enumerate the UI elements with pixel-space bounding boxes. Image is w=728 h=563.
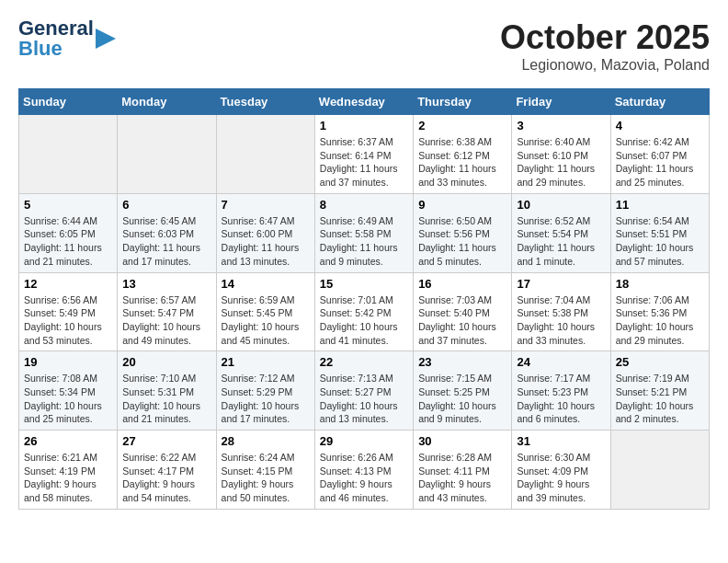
day-info: Sunrise: 6:56 AMSunset: 5:49 PMDaylight:…: [24, 293, 112, 348]
calendar-cell: [19, 115, 118, 194]
calendar-cell: 16Sunrise: 7:03 AMSunset: 5:40 PMDayligh…: [414, 272, 512, 351]
calendar-cell: 13Sunrise: 6:57 AMSunset: 5:47 PMDayligh…: [118, 272, 216, 351]
day-number: 18: [616, 277, 704, 291]
day-number: 11: [616, 198, 704, 212]
day-number: 27: [122, 434, 210, 448]
day-number: 6: [122, 198, 210, 212]
day-info: Sunrise: 7:10 AMSunset: 5:31 PMDaylight:…: [122, 372, 210, 426]
calendar-cell: [118, 115, 216, 194]
day-number: 31: [517, 434, 605, 448]
day-info: Sunrise: 6:59 AMSunset: 5:45 PMDaylight:…: [222, 293, 310, 348]
day-info: Sunrise: 6:54 AMSunset: 5:51 PMDaylight:…: [616, 214, 704, 269]
day-number: 1: [320, 119, 408, 132]
day-info: Sunrise: 7:17 AMSunset: 5:23 PMDaylight:…: [517, 372, 605, 426]
day-number: 3: [517, 119, 605, 132]
calendar-cell: 18Sunrise: 7:06 AMSunset: 5:36 PMDayligh…: [610, 272, 709, 351]
title-block: October 2025 Legionowo, Mazovia, Poland: [500, 18, 710, 74]
day-number: 15: [320, 277, 408, 291]
day-number: 8: [320, 198, 408, 212]
calendar-cell: 7Sunrise: 6:47 AMSunset: 6:00 PMDaylight…: [216, 193, 314, 272]
logo-arrow-icon: [96, 29, 116, 49]
day-number: 22: [320, 355, 408, 369]
day-info: Sunrise: 7:08 AMSunset: 5:34 PMDaylight:…: [24, 372, 112, 426]
day-info: Sunrise: 6:30 AMSunset: 4:09 PMDaylight:…: [517, 451, 605, 505]
day-number: 20: [122, 355, 210, 369]
day-info: Sunrise: 6:49 AMSunset: 5:58 PMDaylight:…: [320, 214, 408, 269]
day-number: 24: [517, 355, 605, 369]
calendar-cell: 4Sunrise: 6:42 AMSunset: 6:07 PMDaylight…: [610, 115, 709, 194]
calendar-cell: 31Sunrise: 6:30 AMSunset: 4:09 PMDayligh…: [512, 431, 610, 510]
calendar-cell: 22Sunrise: 7:13 AMSunset: 5:27 PMDayligh…: [314, 351, 413, 431]
day-number: 13: [122, 277, 210, 291]
logo: General Blue: [18, 18, 116, 59]
page-header: General Blue October 2025 Legionowo, Maz…: [18, 18, 710, 74]
logo-blue: Blue: [18, 39, 94, 59]
day-info: Sunrise: 6:44 AMSunset: 6:05 PMDaylight:…: [24, 214, 112, 269]
day-number: 30: [418, 434, 506, 448]
calendar-week-row: 19Sunrise: 7:08 AMSunset: 5:34 PMDayligh…: [19, 351, 710, 431]
day-info: Sunrise: 6:38 AMSunset: 6:12 PMDaylight:…: [418, 135, 506, 190]
calendar-cell: 14Sunrise: 6:59 AMSunset: 5:45 PMDayligh…: [216, 272, 314, 351]
calendar-week-row: 12Sunrise: 6:56 AMSunset: 5:49 PMDayligh…: [19, 272, 710, 351]
day-number: 12: [24, 277, 112, 291]
day-info: Sunrise: 7:15 AMSunset: 5:25 PMDaylight:…: [418, 372, 506, 426]
day-number: 16: [418, 277, 506, 291]
day-number: 10: [517, 198, 605, 212]
calendar-cell: 28Sunrise: 6:24 AMSunset: 4:15 PMDayligh…: [216, 431, 314, 510]
day-number: 19: [24, 355, 112, 369]
day-info: Sunrise: 7:06 AMSunset: 5:36 PMDaylight:…: [616, 293, 704, 348]
calendar-table: SundayMondayTuesdayWednesdayThursdayFrid…: [18, 88, 710, 510]
day-number: 23: [418, 355, 506, 369]
svg-marker-0: [96, 29, 116, 49]
calendar-cell: 1Sunrise: 6:37 AMSunset: 6:14 PMDaylight…: [314, 115, 413, 194]
calendar-cell: 6Sunrise: 6:45 AMSunset: 6:03 PMDaylight…: [118, 193, 216, 272]
calendar-cell: 9Sunrise: 6:50 AMSunset: 5:56 PMDaylight…: [414, 193, 512, 272]
day-info: Sunrise: 7:04 AMSunset: 5:38 PMDaylight:…: [517, 293, 605, 348]
day-info: Sunrise: 6:57 AMSunset: 5:47 PMDaylight:…: [122, 293, 210, 348]
day-number: 5: [24, 198, 112, 212]
day-info: Sunrise: 6:40 AMSunset: 6:10 PMDaylight:…: [517, 135, 605, 190]
day-info: Sunrise: 6:50 AMSunset: 5:56 PMDaylight:…: [418, 214, 506, 269]
calendar-cell: [610, 431, 709, 510]
calendar-cell: 19Sunrise: 7:08 AMSunset: 5:34 PMDayligh…: [19, 351, 118, 431]
weekday-header-friday: Friday: [512, 89, 610, 115]
day-info: Sunrise: 6:24 AMSunset: 4:15 PMDaylight:…: [222, 451, 310, 505]
weekday-header-saturday: Saturday: [610, 89, 709, 115]
day-info: Sunrise: 6:22 AMSunset: 4:17 PMDaylight:…: [122, 451, 210, 505]
calendar-cell: 2Sunrise: 6:38 AMSunset: 6:12 PMDaylight…: [414, 115, 512, 194]
calendar-cell: 15Sunrise: 7:01 AMSunset: 5:42 PMDayligh…: [314, 272, 413, 351]
calendar-cell: 11Sunrise: 6:54 AMSunset: 5:51 PMDayligh…: [610, 193, 709, 272]
day-number: 14: [222, 277, 310, 291]
day-info: Sunrise: 7:01 AMSunset: 5:42 PMDaylight:…: [320, 293, 408, 348]
day-number: 28: [222, 434, 310, 448]
day-number: 17: [517, 277, 605, 291]
calendar-week-row: 1Sunrise: 6:37 AMSunset: 6:14 PMDaylight…: [19, 115, 710, 194]
day-info: Sunrise: 7:13 AMSunset: 5:27 PMDaylight:…: [320, 372, 408, 426]
day-number: 21: [222, 355, 310, 369]
day-info: Sunrise: 6:26 AMSunset: 4:13 PMDaylight:…: [320, 451, 408, 505]
day-info: Sunrise: 6:47 AMSunset: 6:00 PMDaylight:…: [222, 214, 310, 269]
location-subtitle: Legionowo, Mazovia, Poland: [500, 57, 710, 74]
weekday-header-thursday: Thursday: [414, 89, 512, 115]
day-number: 7: [222, 198, 310, 212]
calendar-cell: 26Sunrise: 6:21 AMSunset: 4:19 PMDayligh…: [19, 431, 118, 510]
weekday-header-sunday: Sunday: [19, 89, 118, 115]
calendar-cell: 29Sunrise: 6:26 AMSunset: 4:13 PMDayligh…: [314, 431, 413, 510]
calendar-week-row: 26Sunrise: 6:21 AMSunset: 4:19 PMDayligh…: [19, 431, 710, 510]
day-number: 2: [418, 119, 506, 132]
calendar-cell: 27Sunrise: 6:22 AMSunset: 4:17 PMDayligh…: [118, 431, 216, 510]
day-info: Sunrise: 6:21 AMSunset: 4:19 PMDaylight:…: [24, 451, 112, 505]
calendar-week-row: 5Sunrise: 6:44 AMSunset: 6:05 PMDaylight…: [19, 193, 710, 272]
day-info: Sunrise: 6:52 AMSunset: 5:54 PMDaylight:…: [517, 214, 605, 269]
logo-general: General: [18, 18, 94, 39]
day-info: Sunrise: 6:42 AMSunset: 6:07 PMDaylight:…: [616, 135, 704, 190]
day-info: Sunrise: 6:37 AMSunset: 6:14 PMDaylight:…: [320, 135, 408, 190]
calendar-cell: 24Sunrise: 7:17 AMSunset: 5:23 PMDayligh…: [512, 351, 610, 431]
calendar-cell: 20Sunrise: 7:10 AMSunset: 5:31 PMDayligh…: [118, 351, 216, 431]
day-number: 26: [24, 434, 112, 448]
day-info: Sunrise: 7:12 AMSunset: 5:29 PMDaylight:…: [222, 372, 310, 426]
calendar-cell: 21Sunrise: 7:12 AMSunset: 5:29 PMDayligh…: [216, 351, 314, 431]
calendar-cell: 23Sunrise: 7:15 AMSunset: 5:25 PMDayligh…: [414, 351, 512, 431]
calendar-cell: 12Sunrise: 6:56 AMSunset: 5:49 PMDayligh…: [19, 272, 118, 351]
day-number: 25: [616, 355, 704, 369]
